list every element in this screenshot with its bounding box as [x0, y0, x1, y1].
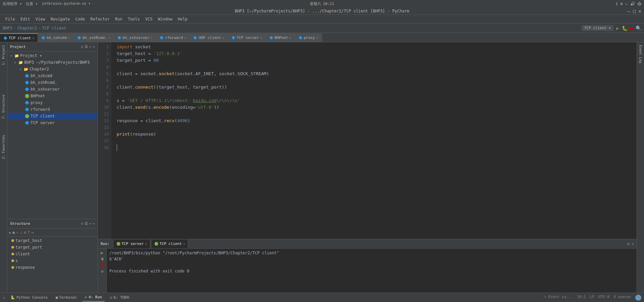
tree-chapter2[interactable]: ▾ 📂 Chapter2: [7, 66, 98, 72]
project-settings-icon[interactable]: ⚙: [81, 45, 83, 49]
tab-proxy[interactable]: 🔷 proxy ✕: [295, 33, 322, 42]
tree-tcpserver[interactable]: 🔷 TCP server: [7, 119, 98, 126]
struct-btn-2[interactable]: ●: [12, 230, 15, 235]
favorites-vert-tab[interactable]: 2: Favorites: [1, 134, 6, 160]
debug-button[interactable]: 🐛: [622, 26, 628, 31]
code-editor[interactable]: 12345 678910 1112131415 16 import socket…: [98, 42, 637, 239]
tree-bh-sshrcmd[interactable]: 🔷 bh_sshRcmd.: [7, 79, 98, 86]
project-gear-icon[interactable]: ⋯: [89, 45, 92, 49]
tab-close-sshserver[interactable]: ✕: [151, 36, 153, 40]
tree-bhpnet[interactable]: 🟢 BHPnet: [7, 93, 98, 99]
breadcrumb-bhp3[interactable]: BHP3: [3, 26, 12, 31]
bottom-tab-todo[interactable]: ☑ 6: TODO: [107, 294, 132, 302]
event-log-vert-tab[interactable]: Event Log: [638, 44, 643, 64]
menu-view[interactable]: View: [33, 16, 48, 22]
menu-file[interactable]: File: [3, 16, 18, 22]
structure-vert-tab[interactable]: 7: Structure: [1, 93, 6, 120]
run-body: ▶ ⏸ ■ ↺ /root/BHP3/bin/python "/root/Pyc…: [98, 249, 637, 293]
tab-close-tcpclient[interactable]: ✕: [32, 36, 34, 40]
code-content[interactable]: import socket target_host = '127.0.0.1' …: [111, 42, 637, 239]
bottom-expand-left[interactable]: »: [3, 295, 5, 300]
tab-bh-sshcmd[interactable]: 🔷 bh_sshcmd ✕: [38, 33, 74, 42]
tree-project-root[interactable]: ▾ 📁 Project ▾: [7, 52, 98, 59]
menu-code[interactable]: Code: [73, 16, 88, 22]
tab-udpclient[interactable]: 🔷 UDP client ✕: [190, 33, 228, 42]
tab-close-proxy[interactable]: ✕: [316, 36, 318, 40]
struct-response[interactable]: response: [7, 264, 98, 271]
tree-proxy[interactable]: 🔷 proxy: [7, 99, 98, 106]
struct-client[interactable]: client: [7, 251, 98, 257]
menu-help[interactable]: Help: [175, 16, 190, 22]
tab-close-rforward[interactable]: ✕: [184, 36, 186, 40]
tree-tcpclient[interactable]: 🟢 TCP client: [7, 113, 98, 119]
tab-close-udpclient[interactable]: ✕: [222, 36, 224, 40]
tree-bhp3[interactable]: ▾ 📁 BHP3 ~/PycharmProjects/BHP3: [7, 59, 98, 66]
struct-btn-3[interactable]: ↑: [16, 230, 18, 235]
tab-label-sshserver: bh_sshserver: [123, 36, 149, 40]
struct-btn-6[interactable]: T: [28, 230, 30, 235]
menu-run[interactable]: Run: [112, 16, 125, 22]
menu-window[interactable]: Window: [155, 16, 175, 22]
breadcrumb-tcpclient[interactable]: TCP client: [42, 26, 66, 31]
run-tab-tcpserver[interactable]: 🟢 TCP server ✕: [114, 240, 150, 248]
tab-close-sshcmd[interactable]: ✕: [68, 36, 70, 40]
app-menu[interactable]: 应用程序 ▾: [3, 1, 22, 6]
run-button[interactable]: ▶: [616, 26, 619, 31]
run-config-selector[interactable]: TCP client ▾: [582, 25, 613, 31]
tab-close-bhpnet[interactable]: ✕: [289, 36, 291, 40]
tab-rforward[interactable]: 🔷 rforward ✕: [156, 33, 190, 42]
struct-btn-7[interactable]: ↔: [31, 230, 34, 235]
tab-bh-sshserver[interactable]: 🔷 bh_sshserver ✕: [114, 33, 157, 42]
struct-icon-3[interactable]: ⋯: [89, 221, 92, 226]
project-layout-icon[interactable]: ☰: [85, 45, 88, 49]
window-title-btn[interactable]: jetbrains-pycharm-ce ▾: [42, 1, 91, 6]
run-tab-tcpclient[interactable]: 🟢 TCP client ✕: [152, 240, 188, 248]
struct-s[interactable]: s: [7, 257, 98, 264]
run-stop-btn2[interactable]: ■: [101, 263, 103, 267]
struct-icon-2[interactable]: ☰: [85, 221, 88, 226]
menu-tools[interactable]: Tools: [125, 16, 143, 22]
project-vert-tab[interactable]: 1: Project: [1, 44, 6, 66]
run-tab-server-close[interactable]: ✕: [145, 242, 147, 246]
tab-tcpclient[interactable]: 🔷 TCP client ✕: [0, 33, 38, 42]
struct-target-host[interactable]: target_host: [7, 237, 98, 244]
breadcrumb-chapter2[interactable]: Chapter2: [17, 26, 37, 31]
menu-edit[interactable]: Edit: [18, 16, 33, 22]
run-rerun-btn[interactable]: ↺: [101, 269, 103, 273]
location-menu[interactable]: 位置 ▾: [26, 1, 38, 6]
struct-btn-1[interactable]: ◈: [9, 230, 11, 235]
run-tab-client-close[interactable]: ✕: [183, 242, 185, 246]
bottom-tab-terminal[interactable]: ▣ Terminal: [53, 294, 80, 302]
event-log-link[interactable]: ↑ Event Lo...: [544, 295, 573, 301]
run-play-btn[interactable]: ▶: [101, 250, 103, 255]
tree-bh-sshcmd[interactable]: 🔷 bh_sshcmd: [7, 72, 98, 79]
tab-tcpserver[interactable]: 🔷 TCP server ✕: [228, 33, 266, 42]
tab-bhpnet[interactable]: 🔷 BHPnet ✕: [266, 33, 295, 42]
tab-close-tcpserver[interactable]: ✕: [260, 36, 262, 40]
run-pause-btn[interactable]: ⏸: [100, 257, 104, 261]
menu-refactor[interactable]: Refactor: [88, 16, 112, 22]
bottom-tab-run[interactable]: ▶ 4: Run: [83, 294, 105, 302]
struct-btn-4[interactable]: ↓: [20, 230, 22, 235]
struct-target-port[interactable]: target_port: [7, 244, 98, 251]
tree-bh-sshserver[interactable]: 🔷 bh_sshserver: [7, 86, 98, 93]
code-line-7: client.connect((target_host, target_port…: [117, 84, 637, 91]
stop-button[interactable]: ■: [630, 26, 633, 31]
struct-btn-5[interactable]: ⚙: [24, 230, 26, 235]
project-close-icon[interactable]: ✕: [93, 45, 95, 49]
bottom-tab-python-console[interactable]: 🐍 Python Console: [8, 294, 50, 302]
maximize-btn[interactable]: □: [633, 8, 636, 14]
menu-vcs[interactable]: VCS: [143, 16, 155, 22]
struct-icon-1[interactable]: ⚙: [81, 221, 83, 226]
menu-navigate[interactable]: Navigate: [48, 16, 73, 22]
tree-rforward[interactable]: 🔷 rforward: [7, 106, 98, 113]
struct-icon-4[interactable]: ✕: [93, 221, 95, 226]
tab-bh-sshrcmd[interactable]: 🔷 bh_sshRcmd. ✕: [74, 33, 114, 42]
run-settings-icon[interactable]: ⚙: [627, 242, 630, 246]
main-area: 1: Project 7: Structure 2: Favorites Pro…: [0, 42, 644, 293]
search-button[interactable]: 🔍: [636, 26, 641, 31]
run-panel-close-icon[interactable]: ✕: [632, 242, 634, 246]
close-btn[interactable]: ✕: [639, 8, 641, 14]
tab-close-sshrcmd[interactable]: ✕: [108, 36, 110, 40]
minimize-btn[interactable]: —: [628, 8, 630, 14]
